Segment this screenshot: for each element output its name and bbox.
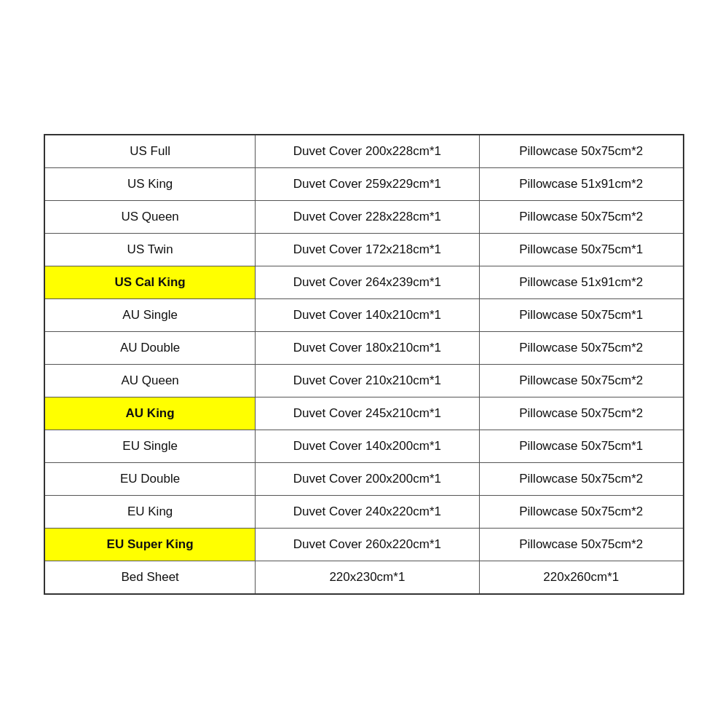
pillowcase-eu-double: Pillowcase 50x75cm*2 [479,462,684,495]
size-name-eu-double: EU Double [44,462,256,495]
pillowcase-au-queen: Pillowcase 50x75cm*2 [479,364,684,397]
pillowcase-eu-single: Pillowcase 50x75cm*1 [479,430,684,462]
size-name-us-twin: US Twin [44,233,256,266]
duvet-cover-us-twin: Duvet Cover 172x218cm*1 [256,233,479,266]
table-row-eu-super-king: EU Super KingDuvet Cover 260x220cm*1Pill… [44,528,684,561]
pillowcase-eu-king: Pillowcase 50x75cm*2 [479,495,684,528]
pillowcase-bed-sheet: 220x260cm*1 [479,561,684,594]
duvet-cover-eu-king: Duvet Cover 240x220cm*1 [256,495,479,528]
table-row-au-king: AU KingDuvet Cover 245x210cm*1Pillowcase… [44,397,684,430]
pillowcase-us-king: Pillowcase 51x91cm*2 [479,167,684,200]
table-row-us-cal-king: US Cal KingDuvet Cover 264x239cm*1Pillow… [44,266,684,298]
duvet-cover-bed-sheet: 220x230cm*1 [256,561,479,594]
table-row-au-double: AU DoubleDuvet Cover 180x210cm*1Pillowca… [44,331,684,364]
size-name-au-king: AU King [44,397,256,430]
table-row-au-queen: AU QueenDuvet Cover 210x210cm*1Pillowcas… [44,364,684,397]
table-row-eu-double: EU DoubleDuvet Cover 200x200cm*1Pillowca… [44,462,684,495]
pillowcase-us-full: Pillowcase 50x75cm*2 [479,135,684,168]
duvet-cover-eu-super-king: Duvet Cover 260x220cm*1 [256,528,479,561]
size-name-au-single: AU Single [44,298,256,331]
size-table: US FullDuvet Cover 200x228cm*1Pillowcase… [44,134,684,595]
table-row-us-queen: US QueenDuvet Cover 228x228cm*1Pillowcas… [44,200,684,233]
duvet-cover-us-queen: Duvet Cover 228x228cm*1 [256,200,479,233]
table-row-eu-single: EU SingleDuvet Cover 140x200cm*1Pillowca… [44,430,684,462]
pillowcase-us-cal-king: Pillowcase 51x91cm*2 [479,266,684,298]
main-container: US FullDuvet Cover 200x228cm*1Pillowcase… [29,119,699,609]
size-name-us-full: US Full [44,135,256,168]
table-row-bed-sheet: Bed Sheet220x230cm*1220x260cm*1 [44,561,684,594]
table-row-us-full: US FullDuvet Cover 200x228cm*1Pillowcase… [44,135,684,168]
duvet-cover-au-king: Duvet Cover 245x210cm*1 [256,397,479,430]
table-row-au-single: AU SingleDuvet Cover 140x210cm*1Pillowca… [44,298,684,331]
size-name-eu-single: EU Single [44,430,256,462]
pillowcase-us-twin: Pillowcase 50x75cm*1 [479,233,684,266]
pillowcase-au-single: Pillowcase 50x75cm*1 [479,298,684,331]
table-row-us-twin: US TwinDuvet Cover 172x218cm*1Pillowcase… [44,233,684,266]
size-name-au-double: AU Double [44,331,256,364]
pillowcase-au-double: Pillowcase 50x75cm*2 [479,331,684,364]
duvet-cover-eu-single: Duvet Cover 140x200cm*1 [256,430,479,462]
size-name-bed-sheet: Bed Sheet [44,561,256,594]
size-name-eu-king: EU King [44,495,256,528]
size-name-us-king: US King [44,167,256,200]
pillowcase-us-queen: Pillowcase 50x75cm*2 [479,200,684,233]
size-name-us-cal-king: US Cal King [44,266,256,298]
duvet-cover-us-full: Duvet Cover 200x228cm*1 [256,135,479,168]
duvet-cover-au-queen: Duvet Cover 210x210cm*1 [256,364,479,397]
table-row-eu-king: EU KingDuvet Cover 240x220cm*1Pillowcase… [44,495,684,528]
size-name-us-queen: US Queen [44,200,256,233]
duvet-cover-au-single: Duvet Cover 140x210cm*1 [256,298,479,331]
table-row-us-king: US KingDuvet Cover 259x229cm*1Pillowcase… [44,167,684,200]
pillowcase-au-king: Pillowcase 50x75cm*2 [479,397,684,430]
size-name-au-queen: AU Queen [44,364,256,397]
pillowcase-eu-super-king: Pillowcase 50x75cm*2 [479,528,684,561]
size-name-eu-super-king: EU Super King [44,528,256,561]
duvet-cover-us-king: Duvet Cover 259x229cm*1 [256,167,479,200]
duvet-cover-us-cal-king: Duvet Cover 264x239cm*1 [256,266,479,298]
duvet-cover-eu-double: Duvet Cover 200x200cm*1 [256,462,479,495]
duvet-cover-au-double: Duvet Cover 180x210cm*1 [256,331,479,364]
